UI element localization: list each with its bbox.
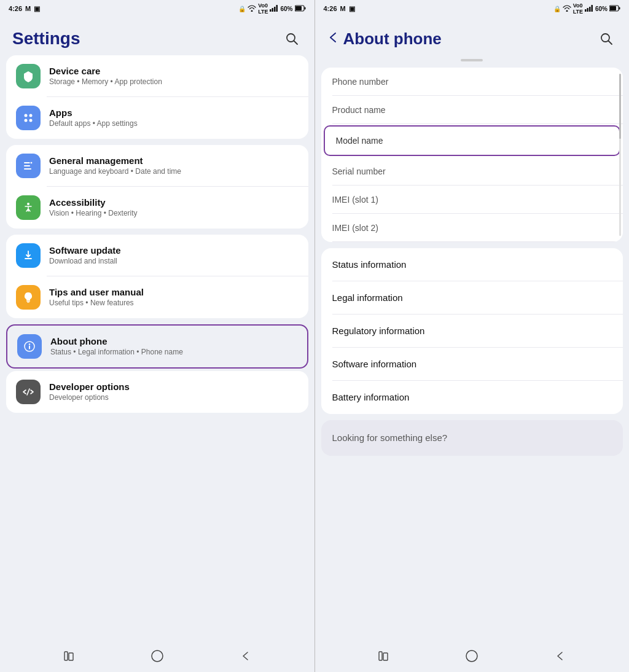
menu-regulatory-info[interactable]: Regulatory information bbox=[321, 315, 623, 348]
time-right: 4:26 bbox=[324, 5, 337, 12]
info-imei-1[interactable]: IMEI (slot 1) bbox=[321, 186, 623, 214]
svg-rect-28 bbox=[589, 7, 591, 12]
menu-status-info[interactable]: Status information bbox=[321, 248, 623, 281]
general-text: General management Language and keyboard… bbox=[49, 155, 299, 177]
wifi-icon bbox=[248, 5, 256, 13]
card-developer: Developer options Developer options bbox=[6, 371, 308, 413]
left-panel: 4:26 M ▣ 🔒 Vo0LTE bbox=[0, 0, 314, 672]
right-panel: 4:26 M ▣ 🔒 Vo0LTE bbox=[315, 0, 630, 672]
back-button-left[interactable] bbox=[235, 645, 257, 667]
search-button-left[interactable] bbox=[281, 28, 302, 49]
status-bar-right: 4:26 M ▣ 🔒 Vo0LTE bbox=[315, 0, 630, 17]
info-product-name[interactable]: Product name bbox=[321, 96, 623, 124]
about-phone-subtitle: Status • Legal information • Phone name bbox=[50, 348, 297, 357]
battery-info-label: Battery information bbox=[332, 392, 410, 402]
card-about-phone-highlighted[interactable]: About phone Status • Legal information •… bbox=[6, 324, 308, 369]
accessibility-text: Accessibility Vision • Hearing • Dexteri… bbox=[49, 197, 299, 219]
developer-subtitle: Developer options bbox=[49, 393, 299, 403]
card-device-apps: Device care Storage • Memory • App prote… bbox=[6, 55, 308, 139]
about-header: About phone bbox=[315, 17, 630, 55]
svg-rect-21 bbox=[29, 346, 30, 350]
home-button-right[interactable] bbox=[461, 645, 483, 667]
svg-rect-18 bbox=[26, 301, 30, 302]
menu-battery-info[interactable]: Battery information bbox=[321, 381, 623, 414]
svg-point-10 bbox=[29, 114, 33, 117]
signal-bars-right bbox=[585, 5, 593, 13]
tips-icon bbox=[16, 285, 41, 310]
card-software-tips: Software update Download and install Tip… bbox=[6, 235, 308, 318]
back-arrow-icon[interactable] bbox=[327, 31, 338, 47]
signal-bars-icon bbox=[270, 5, 278, 13]
general-title: General management bbox=[49, 155, 299, 167]
battery-icon-right bbox=[609, 5, 620, 13]
home-button-left[interactable] bbox=[146, 645, 168, 667]
apps-title: Apps bbox=[49, 107, 299, 119]
developer-text: Developer options Developer options bbox=[49, 381, 299, 403]
software-update-subtitle: Download and install bbox=[49, 257, 299, 267]
device-care-text: Device care Storage • Memory • App prote… bbox=[49, 65, 299, 87]
settings-list: Device care Storage • Memory • App prote… bbox=[0, 55, 314, 640]
back-button-right[interactable] bbox=[549, 645, 571, 667]
bottom-nav-right bbox=[315, 640, 630, 672]
about-phone-icon bbox=[17, 334, 42, 359]
recents-button-right[interactable] bbox=[372, 645, 394, 667]
accessibility-subtitle: Vision • Hearing • Dexterity bbox=[49, 209, 299, 219]
info-model-name-highlighted[interactable]: Model name bbox=[324, 125, 621, 156]
settings-item-accessibility[interactable]: Accessibility Vision • Hearing • Dexteri… bbox=[6, 187, 308, 229]
svg-point-17 bbox=[27, 203, 29, 205]
search-button-right[interactable] bbox=[596, 28, 617, 49]
general-mgmt-icon bbox=[16, 154, 41, 178]
settings-item-software-update[interactable]: Software update Download and install bbox=[6, 235, 308, 276]
software-info-label: Software information bbox=[332, 359, 417, 369]
about-content: Phone number Product name Model name Ser… bbox=[315, 55, 630, 640]
mail-icon-right: M bbox=[340, 5, 346, 12]
info-serial-number[interactable]: Serial number bbox=[321, 157, 623, 186]
info-model-name[interactable]: Model name bbox=[325, 127, 620, 155]
settings-item-about-phone[interactable]: About phone Status • Legal information •… bbox=[7, 326, 307, 367]
settings-header: Settings bbox=[0, 17, 314, 55]
status-left: 4:26 M ▣ bbox=[9, 5, 40, 13]
info-card-scrollbar bbox=[619, 74, 621, 236]
apps-subtitle: Default apps • App settings bbox=[49, 119, 299, 129]
about-phone-title: About phone bbox=[50, 335, 297, 348]
software-update-title: Software update bbox=[49, 244, 299, 257]
status-right-right: 🔒 Vo0LTE 60% bbox=[553, 2, 620, 15]
time-left: 4:26 bbox=[9, 5, 22, 12]
imei-2-label: IMEI (slot 2) bbox=[332, 223, 378, 233]
svg-point-22 bbox=[29, 343, 30, 345]
mail-icon: M bbox=[25, 5, 31, 12]
apps-text: Apps Default apps • App settings bbox=[49, 107, 299, 129]
regulatory-info-label: Regulatory information bbox=[332, 326, 425, 336]
wifi-icon-right bbox=[563, 5, 571, 13]
svg-rect-24 bbox=[69, 653, 73, 660]
settings-item-developer[interactable]: Developer options Developer options bbox=[6, 371, 308, 413]
accessibility-title: Accessibility bbox=[49, 197, 299, 209]
status-right: 🔒 Vo0LTE 60% bbox=[238, 2, 305, 15]
svg-rect-32 bbox=[619, 7, 620, 9]
status-bar-left: 4:26 M ▣ 🔒 Vo0LTE bbox=[0, 0, 314, 17]
status-info-label: Status information bbox=[332, 259, 407, 270]
settings-item-general[interactable]: General management Language and keyboard… bbox=[6, 145, 308, 187]
developer-title: Developer options bbox=[49, 381, 299, 393]
general-subtitle: Language and keyboard • Date and time bbox=[49, 167, 299, 177]
battery-icon-left bbox=[295, 5, 306, 13]
menu-software-info[interactable]: Software information bbox=[321, 348, 623, 381]
looking-for-card[interactable]: Looking for something else? bbox=[321, 420, 623, 456]
tips-subtitle: Useful tips • New features bbox=[49, 299, 299, 308]
menu-legal-info[interactable]: Legal information bbox=[321, 281, 623, 315]
device-care-icon bbox=[16, 64, 41, 88]
settings-item-device-care[interactable]: Device care Storage • Memory • App prote… bbox=[6, 55, 308, 97]
settings-item-apps[interactable]: Apps Default apps • App settings bbox=[6, 97, 308, 139]
about-header-left: About phone bbox=[327, 29, 442, 49]
recents-button-left[interactable] bbox=[58, 645, 80, 667]
info-imei-2[interactable]: IMEI (slot 2) bbox=[321, 214, 623, 242]
svg-point-11 bbox=[25, 119, 28, 122]
info-phone-number[interactable]: Phone number bbox=[321, 68, 623, 96]
signal-text: Vo0LTE bbox=[258, 2, 268, 15]
tips-text: Tips and user manual Useful tips • New f… bbox=[49, 286, 299, 308]
settings-title: Settings bbox=[12, 29, 80, 49]
software-update-icon bbox=[16, 243, 41, 268]
bottom-nav-left bbox=[0, 640, 314, 672]
settings-item-tips[interactable]: Tips and user manual Useful tips • New f… bbox=[6, 276, 308, 318]
camera-icon-right: ▣ bbox=[349, 5, 355, 13]
